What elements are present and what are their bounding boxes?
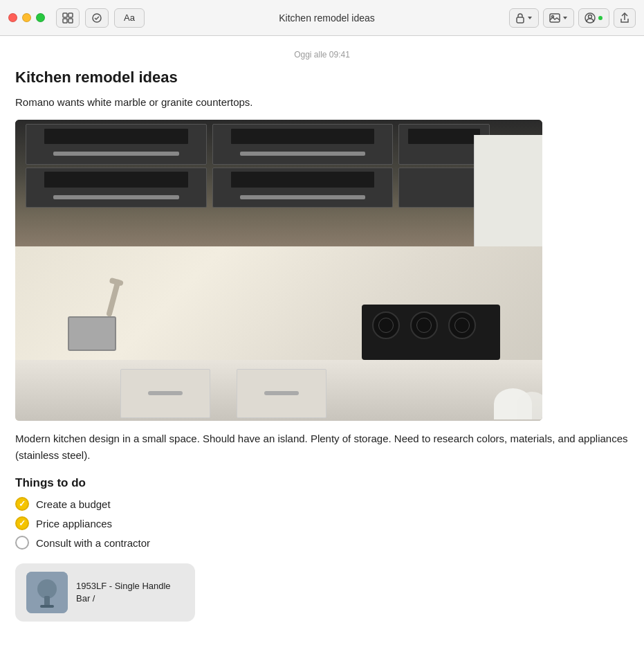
bottom-card[interactable]: 1953LF - Single Handle Bar / bbox=[15, 563, 195, 622]
collab-button[interactable] bbox=[578, 8, 609, 28]
svg-rect-5 bbox=[517, 17, 524, 23]
svg-rect-0 bbox=[63, 13, 67, 17]
checkbox-1[interactable] bbox=[15, 497, 29, 511]
minimize-button[interactable] bbox=[22, 13, 31, 22]
section-heading: Things to do bbox=[15, 476, 629, 490]
svg-marker-6 bbox=[528, 17, 532, 19]
share-button[interactable] bbox=[614, 8, 636, 28]
svg-rect-15 bbox=[44, 596, 50, 606]
timestamp: Oggi alle 09:41 bbox=[15, 50, 629, 60]
titlebar: Aa Kitchen remodel ideas bbox=[0, 0, 644, 36]
checkbox-3[interactable] bbox=[15, 536, 29, 550]
window-title: Kitchen remodel ideas bbox=[150, 12, 504, 24]
svg-rect-3 bbox=[68, 19, 73, 23]
svg-rect-1 bbox=[68, 13, 73, 17]
grid-view-button[interactable] bbox=[56, 8, 80, 28]
gallery-button[interactable] bbox=[543, 8, 574, 28]
close-button[interactable] bbox=[8, 13, 17, 22]
checklist-button[interactable] bbox=[85, 8, 109, 28]
svg-marker-9 bbox=[563, 17, 567, 19]
format-label: Aa bbox=[124, 12, 135, 23]
format-button[interactable]: Aa bbox=[114, 8, 145, 28]
svg-point-11 bbox=[589, 15, 592, 18]
checklist: Create a budget Price appliances Consult… bbox=[15, 497, 629, 550]
checklist-item-1[interactable]: Create a budget bbox=[15, 497, 629, 511]
checkbox-2[interactable] bbox=[15, 516, 29, 530]
svg-rect-2 bbox=[63, 19, 67, 23]
toolbar-right bbox=[509, 8, 636, 28]
card-title: 1953LF - Single Handle Bar / bbox=[76, 580, 184, 605]
note-content: Oggi alle 09:41 Kitchen remodel ideas Ro… bbox=[0, 36, 644, 670]
maximize-button[interactable] bbox=[36, 13, 45, 22]
checklist-item-3-text: Consult with a contractor bbox=[36, 537, 150, 549]
card-thumbnail bbox=[26, 572, 68, 613]
checklist-item-2[interactable]: Price appliances bbox=[15, 516, 629, 530]
checklist-item-3[interactable]: Consult with a contractor bbox=[15, 536, 629, 550]
svg-rect-16 bbox=[40, 605, 54, 608]
svg-point-14 bbox=[37, 579, 57, 599]
svg-point-12 bbox=[598, 16, 602, 20]
kitchen-image bbox=[15, 120, 542, 421]
note-title: Kitchen remodel ideas bbox=[15, 68, 629, 88]
lock-button[interactable] bbox=[509, 8, 539, 28]
traffic-lights bbox=[8, 13, 45, 22]
note-body: Modern kitchen design in a small space. … bbox=[15, 431, 629, 464]
note-subtitle: Romano wants white marble or granite cou… bbox=[15, 95, 629, 111]
checklist-item-2-text: Price appliances bbox=[36, 518, 112, 529]
checklist-item-1-text: Create a budget bbox=[36, 498, 111, 510]
